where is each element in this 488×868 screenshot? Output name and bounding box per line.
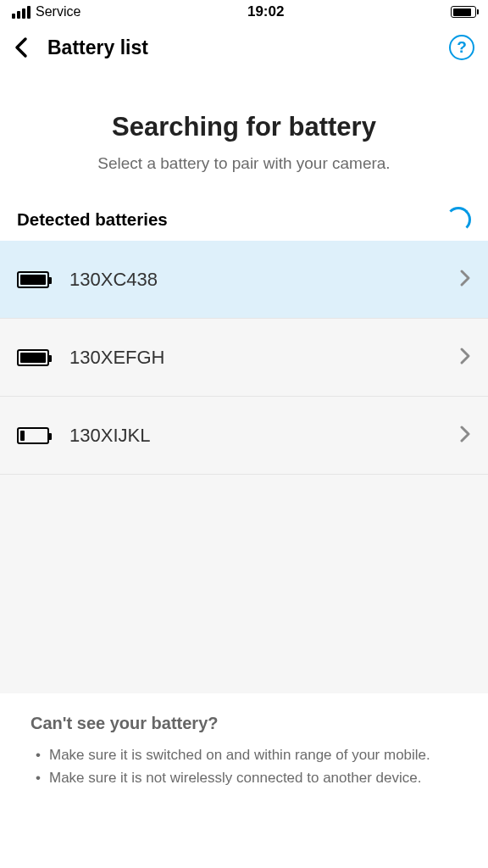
- battery-id-label: 130XIJKL: [69, 425, 439, 447]
- battery-icon: [17, 349, 49, 366]
- battery-item[interactable]: 130XC438: [0, 241, 488, 319]
- battery-icon: [17, 271, 49, 288]
- signal-icon: [12, 6, 30, 19]
- footer-title: Can't see your battery?: [30, 714, 458, 733]
- chevron-right-icon: [459, 347, 471, 369]
- battery-id-label: 130XEFGH: [69, 347, 439, 369]
- battery-id-label: 130XC438: [69, 269, 439, 291]
- hero: Searching for battery Select a battery t…: [0, 71, 488, 198]
- status-bar: Service 19:02: [0, 0, 488, 24]
- loading-spinner-icon: [446, 207, 471, 232]
- battery-item[interactable]: 130XEFGH: [0, 319, 488, 397]
- chevron-right-icon: [459, 425, 471, 447]
- header-title: Battery list: [47, 36, 148, 59]
- detected-section-header: Detected batteries: [0, 198, 488, 241]
- status-left: Service: [12, 4, 80, 19]
- chevron-right-icon: [459, 269, 471, 291]
- footer-tip: Make sure it is not wirelessly connected…: [49, 768, 458, 789]
- status-time: 19:02: [247, 3, 284, 20]
- battery-item[interactable]: 130XIJKL: [0, 397, 488, 475]
- detected-section-title: Detected batteries: [17, 209, 168, 230]
- footer-tips: Make sure it is switched on and within r…: [30, 745, 458, 788]
- battery-list: 130XC438130XEFGH130XIJKL: [0, 241, 488, 475]
- empty-space: [0, 475, 488, 693]
- hero-subtitle: Select a battery to pair with your camer…: [17, 154, 471, 173]
- footer-tip: Make sure it is switched on and within r…: [49, 745, 458, 766]
- battery-icon: [17, 427, 49, 444]
- help-footer: Can't see your battery? Make sure it is …: [0, 693, 488, 807]
- help-button[interactable]: ?: [449, 35, 474, 60]
- carrier-label: Service: [36, 4, 80, 19]
- app-header: Battery list ?: [0, 24, 488, 71]
- chevron-left-icon: [14, 36, 29, 59]
- help-icon: ?: [457, 38, 467, 57]
- hero-title: Searching for battery: [17, 112, 471, 142]
- battery-status-icon: [451, 6, 476, 18]
- back-button[interactable]: [14, 36, 29, 59]
